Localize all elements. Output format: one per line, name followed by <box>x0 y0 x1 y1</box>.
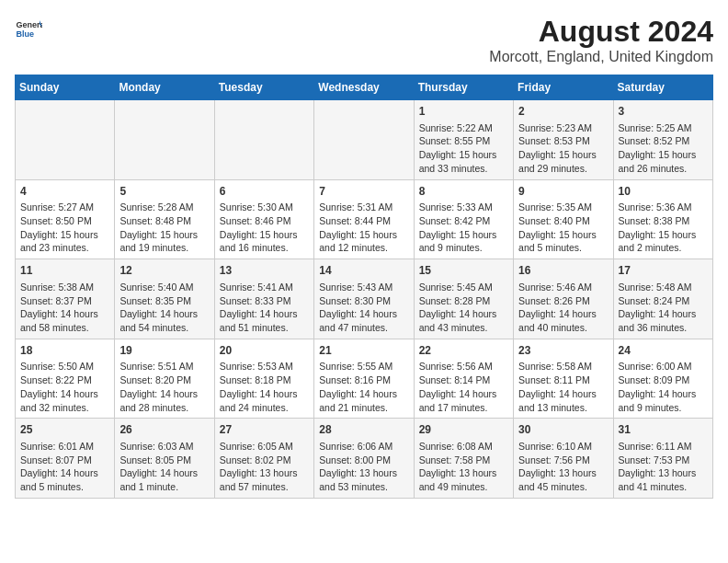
calendar-cell: 24Sunrise: 6:00 AM Sunset: 8:09 PM Dayli… <box>613 339 712 419</box>
day-number: 21 <box>319 343 408 359</box>
calendar-subtitle: Morcott, England, United Kingdom <box>489 49 713 65</box>
day-info: Sunrise: 5:33 AM Sunset: 8:42 PM Dayligh… <box>419 201 508 255</box>
day-info: Sunrise: 6:08 AM Sunset: 7:58 PM Dayligh… <box>419 440 508 494</box>
calendar-cell: 11Sunrise: 5:38 AM Sunset: 8:37 PM Dayli… <box>16 259 115 339</box>
day-info: Sunrise: 5:43 AM Sunset: 8:30 PM Dayligh… <box>319 281 408 335</box>
day-info: Sunrise: 5:27 AM Sunset: 8:50 PM Dayligh… <box>20 201 109 255</box>
calendar-week-row: 18Sunrise: 5:50 AM Sunset: 8:22 PM Dayli… <box>16 339 713 419</box>
day-number: 8 <box>419 184 508 200</box>
day-info: Sunrise: 5:55 AM Sunset: 8:16 PM Dayligh… <box>319 360 408 414</box>
calendar-header-row: SundayMondayTuesdayWednesdayThursdayFrid… <box>16 75 713 100</box>
calendar-cell: 9Sunrise: 5:35 AM Sunset: 8:40 PM Daylig… <box>514 179 613 259</box>
day-info: Sunrise: 5:22 AM Sunset: 8:55 PM Dayligh… <box>419 121 508 176</box>
day-number: 19 <box>119 343 209 359</box>
calendar-cell <box>16 100 115 180</box>
calendar-cell: 22Sunrise: 5:56 AM Sunset: 8:14 PM Dayli… <box>414 339 513 419</box>
calendar-cell: 29Sunrise: 6:08 AM Sunset: 7:58 PM Dayli… <box>414 419 513 499</box>
header-cell-saturday: Saturday <box>613 75 712 100</box>
day-number: 15 <box>419 263 508 279</box>
calendar-cell: 25Sunrise: 6:01 AM Sunset: 8:07 PM Dayli… <box>16 419 115 499</box>
svg-text:Blue: Blue <box>17 29 35 39</box>
day-number: 20 <box>220 343 309 359</box>
day-number: 30 <box>518 422 608 438</box>
day-number: 1 <box>419 104 508 120</box>
day-number: 23 <box>518 343 608 359</box>
title-area: August 2024 Morcott, England, United Kin… <box>489 15 713 65</box>
calendar-cell: 1Sunrise: 5:22 AM Sunset: 8:55 PM Daylig… <box>414 100 513 180</box>
calendar-cell: 7Sunrise: 5:31 AM Sunset: 8:44 PM Daylig… <box>314 179 414 259</box>
calendar-cell: 15Sunrise: 5:45 AM Sunset: 8:28 PM Dayli… <box>414 259 513 339</box>
day-info: Sunrise: 5:56 AM Sunset: 8:14 PM Dayligh… <box>419 360 508 414</box>
calendar-cell: 27Sunrise: 6:05 AM Sunset: 8:02 PM Dayli… <box>214 419 313 499</box>
day-number: 3 <box>619 104 708 120</box>
calendar-week-row: 1Sunrise: 5:22 AM Sunset: 8:55 PM Daylig… <box>16 100 713 180</box>
day-info: Sunrise: 5:50 AM Sunset: 8:22 PM Dayligh… <box>20 360 109 414</box>
day-number: 29 <box>419 422 508 438</box>
day-number: 10 <box>619 184 708 200</box>
calendar-cell: 21Sunrise: 5:55 AM Sunset: 8:16 PM Dayli… <box>314 339 414 419</box>
page-header: General Blue August 2024 Morcott, Englan… <box>15 15 713 65</box>
day-number: 12 <box>119 263 209 279</box>
header-cell-tuesday: Tuesday <box>214 75 313 100</box>
day-info: Sunrise: 5:58 AM Sunset: 8:11 PM Dayligh… <box>518 360 608 414</box>
calendar-table: SundayMondayTuesdayWednesdayThursdayFrid… <box>15 75 713 499</box>
day-info: Sunrise: 6:00 AM Sunset: 8:09 PM Dayligh… <box>619 360 708 414</box>
day-number: 16 <box>518 263 608 279</box>
day-info: Sunrise: 5:31 AM Sunset: 8:44 PM Dayligh… <box>319 201 408 255</box>
calendar-cell: 5Sunrise: 5:28 AM Sunset: 8:48 PM Daylig… <box>115 179 214 259</box>
calendar-cell <box>115 100 214 180</box>
calendar-cell: 13Sunrise: 5:41 AM Sunset: 8:33 PM Dayli… <box>214 259 313 339</box>
day-number: 7 <box>319 184 408 200</box>
calendar-cell: 28Sunrise: 6:06 AM Sunset: 8:00 PM Dayli… <box>314 419 414 499</box>
calendar-cell: 17Sunrise: 5:48 AM Sunset: 8:24 PM Dayli… <box>613 259 712 339</box>
day-number: 4 <box>20 184 109 200</box>
calendar-cell <box>314 100 414 180</box>
calendar-cell <box>214 100 313 180</box>
day-info: Sunrise: 5:30 AM Sunset: 8:46 PM Dayligh… <box>220 201 309 255</box>
header-cell-monday: Monday <box>115 75 214 100</box>
calendar-cell: 23Sunrise: 5:58 AM Sunset: 8:11 PM Dayli… <box>514 339 613 419</box>
header-cell-sunday: Sunday <box>16 75 115 100</box>
day-number: 13 <box>220 263 309 279</box>
calendar-title: August 2024 <box>489 15 713 49</box>
day-info: Sunrise: 5:35 AM Sunset: 8:40 PM Dayligh… <box>518 201 608 255</box>
day-info: Sunrise: 5:45 AM Sunset: 8:28 PM Dayligh… <box>419 281 508 335</box>
day-info: Sunrise: 5:41 AM Sunset: 8:33 PM Dayligh… <box>220 281 309 335</box>
calendar-week-row: 11Sunrise: 5:38 AM Sunset: 8:37 PM Dayli… <box>16 259 713 339</box>
calendar-cell: 30Sunrise: 6:10 AM Sunset: 7:56 PM Dayli… <box>514 419 613 499</box>
logo: General Blue <box>15 15 42 42</box>
day-number: 31 <box>619 422 708 438</box>
day-info: Sunrise: 5:25 AM Sunset: 8:52 PM Dayligh… <box>619 121 708 176</box>
calendar-cell: 16Sunrise: 5:46 AM Sunset: 8:26 PM Dayli… <box>514 259 613 339</box>
header-cell-wednesday: Wednesday <box>314 75 414 100</box>
day-number: 14 <box>319 263 408 279</box>
day-info: Sunrise: 5:40 AM Sunset: 8:35 PM Dayligh… <box>119 281 209 335</box>
day-number: 9 <box>518 184 608 200</box>
day-info: Sunrise: 6:10 AM Sunset: 7:56 PM Dayligh… <box>518 440 608 494</box>
svg-text:General: General <box>17 20 43 29</box>
day-info: Sunrise: 6:11 AM Sunset: 7:53 PM Dayligh… <box>619 440 708 494</box>
calendar-cell: 20Sunrise: 5:53 AM Sunset: 8:18 PM Dayli… <box>214 339 313 419</box>
day-number: 18 <box>20 343 109 359</box>
day-info: Sunrise: 5:46 AM Sunset: 8:26 PM Dayligh… <box>518 281 608 335</box>
day-info: Sunrise: 5:38 AM Sunset: 8:37 PM Dayligh… <box>20 281 109 335</box>
calendar-cell: 3Sunrise: 5:25 AM Sunset: 8:52 PM Daylig… <box>613 100 712 180</box>
calendar-body: 1Sunrise: 5:22 AM Sunset: 8:55 PM Daylig… <box>16 100 713 499</box>
calendar-cell: 4Sunrise: 5:27 AM Sunset: 8:50 PM Daylig… <box>16 179 115 259</box>
day-info: Sunrise: 5:51 AM Sunset: 8:20 PM Dayligh… <box>119 360 209 414</box>
header-cell-thursday: Thursday <box>414 75 513 100</box>
calendar-cell: 12Sunrise: 5:40 AM Sunset: 8:35 PM Dayli… <box>115 259 214 339</box>
day-info: Sunrise: 5:36 AM Sunset: 8:38 PM Dayligh… <box>619 201 708 255</box>
day-info: Sunrise: 5:53 AM Sunset: 8:18 PM Dayligh… <box>220 360 309 414</box>
day-info: Sunrise: 5:23 AM Sunset: 8:53 PM Dayligh… <box>518 121 608 176</box>
calendar-cell: 2Sunrise: 5:23 AM Sunset: 8:53 PM Daylig… <box>514 100 613 180</box>
day-number: 24 <box>619 343 708 359</box>
day-number: 25 <box>20 422 109 438</box>
day-number: 26 <box>119 422 209 438</box>
logo-icon: General Blue <box>15 15 42 42</box>
day-number: 2 <box>518 104 608 120</box>
calendar-week-row: 4Sunrise: 5:27 AM Sunset: 8:50 PM Daylig… <box>16 179 713 259</box>
calendar-cell: 26Sunrise: 6:03 AM Sunset: 8:05 PM Dayli… <box>115 419 214 499</box>
day-info: Sunrise: 6:05 AM Sunset: 8:02 PM Dayligh… <box>220 440 309 494</box>
day-number: 22 <box>419 343 508 359</box>
